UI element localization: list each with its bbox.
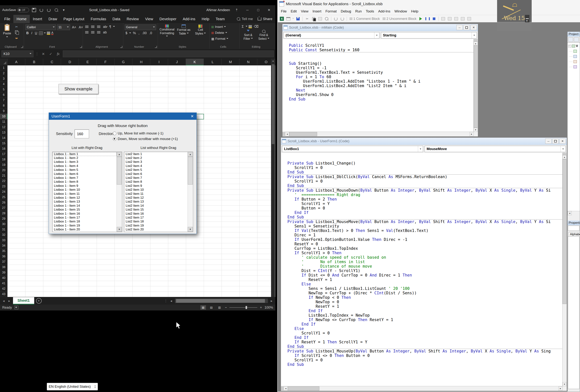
scrollbar-thumb[interactable]: [272, 64, 274, 144]
save-button[interactable]: [32, 8, 36, 12]
column-header-E[interactable]: E: [79, 59, 97, 65]
row-header-8[interactable]: 8: [0, 103, 7, 108]
reset-button[interactable]: [432, 16, 437, 21]
touch-mode-button[interactable]: [54, 8, 59, 12]
scroll-right-icon[interactable]: ►: [559, 387, 563, 391]
row-header-34[interactable]: 34: [0, 243, 7, 248]
scroll-down-icon[interactable]: ▼: [563, 382, 567, 386]
list-item[interactable]: Listbox 1 - Item 8: [52, 180, 117, 184]
list2-scrollbar[interactable]: ▲ ▼: [188, 152, 193, 232]
undo-button[interactable]: [333, 16, 338, 21]
row-header-33[interactable]: 33: [0, 238, 7, 243]
insert-function-button[interactable]: fx: [55, 52, 61, 56]
list-item[interactable]: Listbox 1 - Item 12: [52, 196, 117, 200]
vba-menu-window[interactable]: Window: [392, 9, 409, 13]
row-header-42[interactable]: 42: [0, 286, 7, 292]
row-header-11[interactable]: 11: [0, 119, 7, 125]
vba-menu-run[interactable]: Run: [353, 9, 364, 13]
ribbon-tab-view[interactable]: View: [142, 15, 156, 23]
close-icon[interactable]: ✕: [188, 114, 196, 118]
redo-button[interactable]: [46, 8, 51, 12]
column-header-G[interactable]: G: [115, 59, 132, 65]
radio-direction-down[interactable]: [113, 137, 116, 141]
percent-format-button[interactable]: %: [132, 31, 137, 35]
row-header-19[interactable]: 19: [0, 162, 7, 168]
scroll-down-icon[interactable]: ▼: [117, 227, 122, 232]
row-header-13[interactable]: 13: [0, 130, 7, 135]
scrollbar-thumb[interactable]: [188, 157, 193, 185]
zoom-percent-label[interactable]: 100%: [265, 306, 273, 309]
list-item[interactable]: Listbox 1 - Item 17: [52, 216, 117, 219]
autosave-switch[interactable]: Off: [17, 8, 29, 12]
align-bottom-button[interactable]: [96, 24, 101, 29]
align-center-button[interactable]: [90, 30, 95, 35]
project-tree-item[interactable]: [568, 54, 580, 59]
align-right-button[interactable]: [96, 30, 101, 35]
row-header-31[interactable]: 31: [0, 227, 7, 232]
list-item[interactable]: List2 Item 6: [124, 172, 188, 176]
vba-menu-edit[interactable]: Edit: [289, 9, 299, 13]
scroll-left-icon[interactable]: ◄: [284, 387, 288, 391]
column-header-B[interactable]: B: [25, 59, 43, 65]
number-format-combo[interactable]: General: [125, 24, 156, 30]
name-box[interactable]: K10: [1, 51, 33, 57]
row-header-1[interactable]: 1: [0, 65, 7, 71]
new-sheet-button[interactable]: +: [36, 298, 42, 304]
list-item[interactable]: List2 Item 20: [124, 227, 188, 231]
list-item[interactable]: List2 Item 11: [124, 192, 188, 196]
currency-format-button[interactable]: $: [125, 31, 128, 35]
row-header-9[interactable]: 9: [0, 108, 7, 114]
mmain-code-area[interactable]: Public ScrollY1Public Const Sensetivity …: [283, 39, 474, 132]
minimize-button[interactable]: ─: [545, 139, 552, 144]
paste-button[interactable]: Paste: [1, 24, 13, 44]
column-header-M[interactable]: M: [222, 59, 239, 65]
scrollbar-thumb[interactable]: [563, 159, 567, 304]
vba-menu-view[interactable]: View: [299, 9, 310, 13]
userform-horizontal-scrollbar[interactable]: ◄ ►: [281, 386, 563, 391]
autosave-toggle[interactable]: AutoSave Off: [2, 8, 29, 12]
row-header-29[interactable]: 29: [0, 216, 7, 221]
project-tree-root[interactable]: V: [568, 43, 580, 49]
sheet-vertical-scrollbar[interactable]: ▲: [271, 59, 275, 297]
clear-button[interactable]: ⌫: [253, 24, 259, 29]
scroll-left-icon[interactable]: ◄: [285, 132, 289, 136]
properties-panel-header[interactable]: Propertie: [568, 220, 580, 225]
minimize-button[interactable]: ─: [243, 8, 252, 12]
list-item[interactable]: Listbox 1 - Item 16: [52, 212, 117, 216]
project-tree-item[interactable]: [568, 64, 580, 70]
list-item[interactable]: Listbox 1 - Item 9: [52, 184, 117, 188]
close-button[interactable]: ✕: [265, 8, 273, 12]
row-header-30[interactable]: 30: [0, 221, 7, 227]
row-header-32[interactable]: 32: [0, 232, 7, 238]
list-item[interactable]: Listbox 1 - Item 3: [52, 160, 117, 164]
row-header-4[interactable]: 4: [0, 82, 7, 87]
properties-object-combo[interactable]: [568, 226, 580, 231]
macro-record-icon[interactable]: [14, 306, 18, 309]
decrease-decimal-button[interactable]: .0: [148, 31, 153, 35]
row-header-26[interactable]: 26: [0, 200, 7, 205]
zoom-slider[interactable]: [229, 307, 257, 308]
undo-button[interactable]: [39, 8, 44, 12]
procedure-combo[interactable]: MouseMove▼: [425, 146, 566, 152]
column-header-J[interactable]: J: [168, 59, 186, 65]
zoom-in-button[interactable]: +: [260, 306, 262, 309]
userform-vertical-scrollbar[interactable]: ▲ ▼: [562, 153, 567, 386]
ribbon-tab-page-layout[interactable]: Page Layout: [60, 15, 87, 23]
radio-up-label[interactable]: Up, Move list with mouse (-1): [118, 131, 163, 135]
row-header-27[interactable]: 27: [0, 205, 7, 211]
restore-button[interactable]: [552, 139, 559, 144]
tab-alphabetic[interactable]: Alphabet: [568, 232, 580, 236]
procedure-combo[interactable]: Starting▼: [381, 32, 477, 38]
alignment-dialog-launcher-icon[interactable]: [120, 46, 122, 48]
scroll-up-icon[interactable]: ▲: [188, 152, 193, 157]
row-header-3[interactable]: 3: [0, 76, 7, 82]
split-handle[interactable]: [281, 387, 284, 391]
mmain-horizontal-scrollbar[interactable]: ◄ ►: [283, 132, 474, 136]
uncomment-block-button[interactable]: 2 Uncomment Block: [382, 17, 417, 21]
project-tree-item[interactable]: [568, 59, 580, 64]
conditional-formatting-button[interactable]: Conditional Formatting: [159, 24, 174, 44]
list-item[interactable]: Listbox 1 - Item 4: [52, 164, 117, 168]
vba-menu-help[interactable]: Help: [409, 9, 420, 13]
row-header-39[interactable]: 39: [0, 270, 7, 275]
row-header-40[interactable]: 40: [0, 275, 7, 281]
